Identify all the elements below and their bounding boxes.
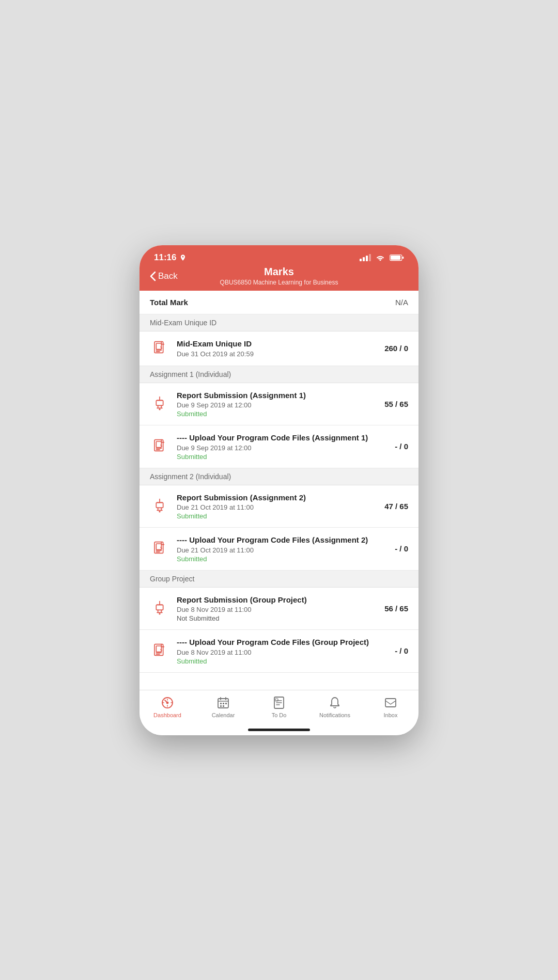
item-score: - / 0 xyxy=(377,646,408,655)
svg-rect-46 xyxy=(223,703,224,704)
document-edit-icon xyxy=(150,539,169,559)
list-item[interactable]: Report Submission (Group Project) Due 8 … xyxy=(140,588,419,630)
svg-rect-4 xyxy=(156,343,161,350)
page-subtitle: QBUS6850 Machine Learning for Business xyxy=(220,279,338,286)
nav-item-inbox[interactable]: Inbox xyxy=(363,696,419,718)
section-header-0: Mid-Exam Unique ID xyxy=(140,314,419,331)
nav-label-notifications: Notifications xyxy=(319,712,350,718)
dashboard-icon xyxy=(160,696,175,710)
item-due: Due 9 Sep 2019 at 12:00 xyxy=(177,401,370,409)
item-score: - / 0 xyxy=(377,442,408,451)
svg-rect-48 xyxy=(220,705,222,707)
section-header-3: Group Project xyxy=(140,571,419,588)
svg-point-40 xyxy=(166,702,168,704)
item-info: ---- Upload Your Program Code Files (Ass… xyxy=(177,535,370,563)
nav-label-calendar: Calendar xyxy=(212,712,235,718)
item-info: ---- Upload Your Program Code Files (Ass… xyxy=(177,433,370,461)
item-due: Due 21 Oct 2019 at 11:00 xyxy=(177,546,370,554)
list-item[interactable]: Mid-Exam Unique ID Due 31 Oct 2019 at 20… xyxy=(140,331,419,366)
item-status: Submitted xyxy=(177,410,370,418)
inbox-icon xyxy=(383,696,398,710)
svg-rect-55 xyxy=(385,699,396,707)
item-score: 47 / 65 xyxy=(377,502,408,511)
time-display: 11:16 xyxy=(154,252,176,263)
svg-rect-47 xyxy=(225,703,227,704)
item-info: Report Submission (Assignment 1) Due 9 S… xyxy=(177,390,370,418)
nav-item-dashboard[interactable]: Dashboard xyxy=(140,696,195,718)
plug-icon xyxy=(150,394,169,414)
item-info: Mid-Exam Unique ID Due 31 Oct 2019 at 20… xyxy=(177,339,370,358)
list-item[interactable]: ---- Upload Your Program Code Files (Ass… xyxy=(140,528,419,571)
list-item[interactable]: ---- Upload Your Program Code Files (Ass… xyxy=(140,425,419,468)
page-header: Back Marks QBUS6850 Machine Learning for… xyxy=(140,267,419,291)
total-mark-value: N/A xyxy=(395,298,408,307)
svg-point-13 xyxy=(159,408,160,410)
item-status: Submitted xyxy=(177,657,370,665)
svg-rect-45 xyxy=(220,703,222,704)
item-score: 56 / 65 xyxy=(377,604,408,613)
main-content: Total Mark N/A Mid-Exam Unique ID Mid-Ex… xyxy=(140,291,419,690)
header-center: Marks QBUS6850 Machine Learning for Busi… xyxy=(220,266,338,286)
svg-rect-9 xyxy=(156,401,163,406)
svg-rect-49 xyxy=(223,705,224,707)
svg-rect-15 xyxy=(156,441,161,448)
item-info: ---- Upload Your Program Code Files (Gro… xyxy=(177,637,370,665)
section-header-1: Assignment 1 (Individual) xyxy=(140,366,419,383)
item-title: ---- Upload Your Program Code Files (Ass… xyxy=(177,535,370,545)
plug-icon xyxy=(150,496,169,516)
status-time: 11:16 xyxy=(154,252,187,263)
wifi-icon xyxy=(375,254,385,261)
document-edit-icon xyxy=(150,437,169,456)
item-status: Submitted xyxy=(177,555,370,563)
item-due: Due 9 Sep 2019 at 12:00 xyxy=(177,444,370,452)
item-title: Mid-Exam Unique ID xyxy=(177,339,370,349)
back-button[interactable]: Back xyxy=(150,271,178,281)
item-due: Due 8 Nov 2019 at 11:00 xyxy=(177,606,370,613)
total-mark-row: Total Mark N/A xyxy=(140,291,419,314)
list-item[interactable]: ---- Upload Your Program Code Files (Gro… xyxy=(140,630,419,673)
item-info: Report Submission (Group Project) Due 8 … xyxy=(177,595,370,623)
status-icons xyxy=(360,254,404,261)
item-due: Due 8 Nov 2019 at 11:00 xyxy=(177,649,370,656)
list-item[interactable]: Report Submission (Assignment 2) Due 21 … xyxy=(140,485,419,528)
item-status: Submitted xyxy=(177,453,370,461)
item-score: 55 / 65 xyxy=(377,400,408,408)
svg-rect-26 xyxy=(156,544,161,550)
bottom-nav: Dashboard Calendar xyxy=(140,690,419,729)
status-bar: 11:16 xyxy=(140,245,419,267)
item-due: Due 21 Oct 2019 at 11:00 xyxy=(177,503,370,511)
nav-item-notifications[interactable]: Notifications xyxy=(307,696,363,718)
location-icon xyxy=(179,254,187,261)
svg-rect-31 xyxy=(156,605,163,610)
plug-icon xyxy=(150,598,169,618)
item-info: Report Submission (Assignment 2) Due 21 … xyxy=(177,493,370,520)
list-item[interactable]: Report Submission (Assignment 1) Due 9 S… xyxy=(140,383,419,426)
notifications-icon xyxy=(328,696,342,710)
phone-container: 11:16 Back xyxy=(140,245,419,735)
svg-rect-20 xyxy=(156,503,163,508)
nav-item-calendar[interactable]: Calendar xyxy=(195,696,251,718)
section-header-2: Assignment 2 (Individual) xyxy=(140,468,419,485)
nav-label-inbox: Inbox xyxy=(384,712,398,718)
svg-point-35 xyxy=(159,613,160,614)
item-title: Report Submission (Assignment 2) xyxy=(177,493,370,503)
todo-icon xyxy=(272,696,286,710)
item-title: Report Submission (Group Project) xyxy=(177,595,370,605)
battery-icon xyxy=(390,254,404,261)
nav-item-todo[interactable]: To Do xyxy=(251,696,307,718)
item-due: Due 31 Oct 2019 at 20:59 xyxy=(177,350,370,358)
document-edit-icon xyxy=(150,641,169,661)
item-status: Not Submitted xyxy=(177,614,370,622)
total-mark-label: Total Mark xyxy=(150,298,188,307)
svg-point-24 xyxy=(159,511,160,512)
item-title: ---- Upload Your Program Code Files (Ass… xyxy=(177,433,370,443)
item-title: ---- Upload Your Program Code Files (Gro… xyxy=(177,637,370,647)
home-bar xyxy=(248,729,310,731)
item-title: Report Submission (Assignment 1) xyxy=(177,390,370,401)
nav-label-todo: To Do xyxy=(272,712,287,718)
back-label: Back xyxy=(158,271,178,281)
signal-icon xyxy=(360,254,371,261)
back-chevron-icon xyxy=(150,271,156,281)
item-status: Submitted xyxy=(177,512,370,520)
home-indicator xyxy=(140,729,419,735)
